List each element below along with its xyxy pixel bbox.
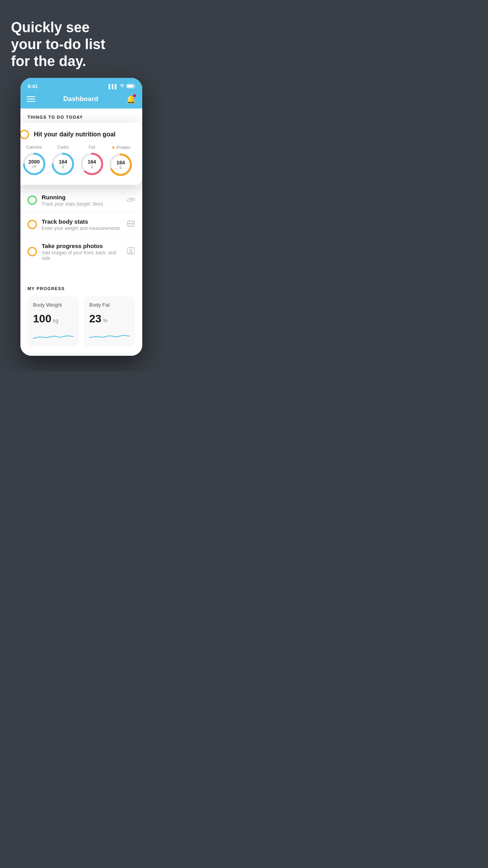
nav-title: Dashboard [63, 95, 98, 103]
battery-icon [127, 84, 135, 89]
todo-progress-photos-text: Take progress photos Add images of your … [42, 243, 122, 261]
card-title-row: Hit your daily nutrition goal [20, 130, 135, 139]
todo-running-sub: Track your stats (target: 5km) [42, 201, 122, 207]
status-icons: ▌▌▌ [109, 84, 135, 89]
page-wrapper: Quickly see your to-do list for the day.… [0, 0, 163, 371]
notification-dot [133, 94, 136, 97]
body-weight-value: 100 [33, 313, 51, 325]
body-fat-title: Body Fat [89, 302, 130, 308]
hero-line3: for the day. [11, 53, 86, 69]
calories-value: 2000 [28, 159, 40, 164]
nav-bar: Dashboard 🔔 [20, 91, 142, 108]
nutrition-row: Calories 2000 cal [20, 145, 135, 177]
nutrition-fat: Fat 164 g [80, 145, 104, 176]
body-weight-unit: kg [53, 318, 59, 324]
todo-body-stats-text: Track body stats Enter your weight and m… [42, 218, 122, 231]
body-weight-chart [33, 330, 73, 341]
todo-radio-progress-photos[interactable] [28, 247, 37, 256]
body-weight-value-row: 100 kg [33, 313, 73, 325]
nutrition-card: Hit your daily nutrition goal Calories [20, 123, 142, 185]
carbs-value: 164 [59, 159, 67, 164]
svg-rect-2 [127, 85, 133, 87]
phone-content: THINGS TO DO TODAY Hit your daily nutrit… [20, 108, 142, 356]
fat-circle: 164 g [80, 152, 104, 176]
protein-label: ★ Protein [111, 145, 130, 150]
todo-radio-nutrition[interactable] [20, 130, 29, 139]
nutrition-protein: ★ Protein 164 g [108, 145, 133, 177]
menu-icon[interactable] [27, 96, 35, 102]
body-fat-chart [89, 330, 130, 341]
todo-radio-body-stats[interactable] [28, 220, 37, 229]
body-fat-value-row: 23 % [89, 313, 130, 325]
bell-icon[interactable]: 🔔 [126, 94, 136, 104]
signal-icon: ▌▌▌ [109, 84, 118, 89]
status-time: 9:41 [28, 83, 38, 89]
body-fat-card[interactable]: Body Fat 23 % [84, 296, 135, 346]
todo-item-body-stats[interactable]: Track body stats Enter your weight and m… [20, 212, 142, 237]
nutrition-calories: Calories 2000 cal [22, 145, 46, 176]
todo-list: Running Track your stats (target: 5km) [20, 188, 142, 356]
todo-body-stats-sub: Enter your weight and measurements [42, 226, 122, 231]
todo-running-text: Running Track your stats (target: 5km) [42, 194, 122, 207]
phone-mockup: 9:41 ▌▌▌ [20, 78, 142, 356]
card-title: Hit your daily nutrition goal [34, 131, 116, 138]
wifi-icon [119, 84, 125, 89]
body-fat-value: 23 [89, 313, 101, 325]
hero-text: Quickly see your to-do list for the day. [0, 0, 163, 78]
svg-point-16 [130, 249, 132, 252]
todo-progress-photos-title: Take progress photos [42, 243, 122, 249]
fat-value: 164 [88, 159, 96, 164]
person-photo-icon [127, 246, 135, 257]
body-weight-card[interactable]: Body Weight 100 kg [28, 296, 79, 346]
todo-item-running[interactable]: Running Track your stats (target: 5km) [20, 188, 142, 212]
progress-header: MY PROGRESS [28, 286, 135, 291]
body-fat-unit: % [103, 318, 108, 324]
body-weight-title: Body Weight [33, 302, 73, 308]
todo-radio-running[interactable] [28, 195, 37, 205]
scale-icon [127, 219, 135, 230]
progress-cards: Body Weight 100 kg [28, 296, 135, 356]
hero-line2: your to-do list [11, 36, 105, 52]
carbs-label: Carbs [57, 145, 69, 149]
progress-section: MY PROGRESS Body Weight 100 kg [20, 278, 142, 356]
calories-label: Calories [26, 145, 42, 149]
calories-circle: 2000 cal [22, 152, 46, 176]
protein-circle: 164 g [108, 153, 133, 177]
hero-line1: Quickly see [11, 19, 90, 35]
todo-body-stats-title: Track body stats [42, 218, 122, 225]
protein-star-icon: ★ [111, 145, 116, 150]
svg-rect-1 [134, 85, 135, 87]
carbs-circle: 164 g [51, 152, 75, 176]
protein-value: 164 [116, 160, 125, 165]
nutrition-carbs: Carbs 164 g [51, 145, 75, 176]
spacer [20, 267, 142, 278]
fat-label: Fat [89, 145, 95, 149]
status-bar: 9:41 ▌▌▌ [20, 78, 142, 91]
todo-running-title: Running [42, 194, 122, 200]
todo-progress-photos-sub: Add images of your front, back, and side [42, 250, 122, 261]
todo-item-progress-photos[interactable]: Take progress photos Add images of your … [20, 237, 142, 267]
running-shoe-icon [127, 196, 135, 204]
things-to-do-header: THINGS TO DO TODAY [20, 108, 142, 123]
